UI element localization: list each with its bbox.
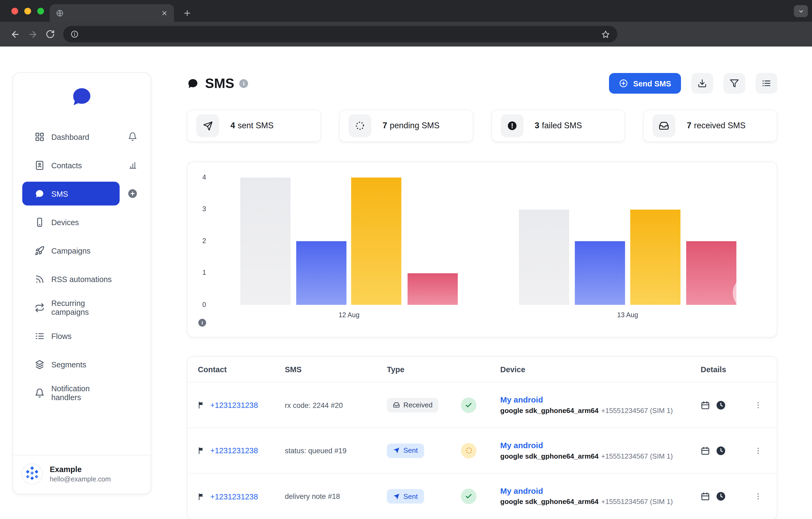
info-icon[interactable]: i	[239, 79, 249, 88]
chart-bar-received[interactable]	[240, 177, 291, 305]
row-menu-button[interactable]	[754, 446, 762, 455]
sidebar-item-rss-automations[interactable]: RSS automations	[22, 267, 120, 291]
export-button[interactable]	[691, 73, 713, 94]
browser-tabstrip	[0, 0, 812, 22]
stat-label: failed SMS	[542, 121, 582, 130]
inbox-icon	[393, 402, 400, 408]
site-info-icon[interactable]	[70, 30, 79, 38]
sidebar-item-label: Segments	[51, 360, 86, 369]
chart-bar-sent[interactable]	[575, 241, 625, 305]
avatar	[21, 463, 43, 485]
flag-icon	[198, 492, 206, 500]
plus-circle-icon	[619, 79, 628, 88]
chart-bar-sent[interactable]	[296, 241, 346, 305]
device-link[interactable]: My android	[500, 395, 543, 404]
nav-row-segments: Segments	[22, 353, 142, 376]
row-menu-button[interactable]	[754, 401, 762, 409]
chart-bar-failed[interactable]	[408, 273, 458, 305]
contact-link[interactable]: +1231231238	[210, 492, 258, 501]
sidebar-item-notification-handlers[interactable]: Notification handlers	[22, 381, 120, 405]
sms-bar-chart: 4 3 2 1 0 12 Aug 13 Aug	[187, 161, 777, 338]
bookmark-star-icon[interactable]	[601, 30, 610, 39]
type-badge-sent: Sent	[387, 443, 424, 458]
sms-text: status: queued #19	[285, 446, 347, 455]
rss-icon	[35, 274, 45, 284]
spinner-icon	[348, 114, 371, 137]
sidebar-item-contacts[interactable]: Contacts	[22, 153, 120, 177]
stat-label: pending SMS	[390, 121, 440, 130]
main-panel: SMS i Send SMS	[187, 72, 777, 519]
status-success-icon	[461, 489, 476, 504]
calendar-icon[interactable]	[701, 400, 710, 410]
back-button[interactable]	[6, 25, 24, 43]
app-logo[interactable]	[22, 84, 142, 124]
chart-bar-pending[interactable]	[630, 209, 680, 305]
device-sub: google sdk_gphone64_arm64+15551234567 (S…	[500, 405, 701, 416]
chart-bar-failed[interactable]	[686, 241, 736, 305]
y-axis-tick: 4	[192, 173, 206, 181]
sidebar-item-flows[interactable]: Flows	[22, 324, 120, 348]
nav-row-recurring: Recurring campaigns	[22, 296, 142, 319]
flag-icon	[198, 447, 206, 454]
address-book-icon	[35, 160, 45, 170]
tab-search-button[interactable]	[794, 5, 808, 17]
stat-value: 7	[383, 121, 387, 130]
contact-link[interactable]: +1231231238	[210, 401, 258, 409]
y-axis-tick: 1	[192, 269, 206, 276]
minimize-window-button[interactable]	[24, 7, 31, 14]
sms-table: Contact SMS Type Device Details +1231231…	[187, 356, 777, 519]
device-link[interactable]: My android	[500, 487, 543, 495]
sidebar-item-campaigns[interactable]: Campaigns	[22, 239, 120, 263]
inbox-icon	[652, 114, 675, 137]
address-bar[interactable]	[63, 26, 617, 42]
calendar-icon[interactable]	[701, 492, 710, 501]
chart-bar-pending[interactable]	[351, 177, 401, 305]
browser-tab[interactable]	[50, 4, 174, 22]
calendar-icon[interactable]	[701, 446, 710, 455]
device-number: +15551234567 (SIM 1)	[601, 498, 673, 506]
sidebar-item-devices[interactable]: Devices	[22, 210, 120, 234]
send-sms-button[interactable]: Send SMS	[609, 73, 681, 94]
sidebar-item-segments[interactable]: Segments	[22, 353, 120, 376]
clock-icon[interactable]	[716, 400, 726, 410]
device-model: google sdk_gphone64_arm64	[500, 406, 599, 414]
forward-button[interactable]	[24, 25, 41, 43]
url-input[interactable]	[84, 30, 596, 38]
y-axis-tick: 0	[192, 301, 206, 308]
flag-icon	[198, 401, 206, 409]
bell-icon[interactable]	[127, 131, 138, 142]
account-email: hello@example.com	[50, 475, 111, 484]
nav-row-devices: Devices	[22, 210, 142, 234]
reload-button[interactable]	[41, 25, 59, 43]
stat-card-failed: 3failed SMS	[491, 110, 625, 142]
account-section[interactable]: Example hello@example.com	[13, 455, 151, 494]
device-link[interactable]: My android	[500, 440, 543, 450]
nav-row-dashboard: Dashboard	[22, 125, 142, 149]
chart-bar-received[interactable]	[519, 209, 569, 305]
sidebar-item-recurring-campaigns[interactable]: Recurring campaigns	[22, 296, 120, 319]
sms-text: rx code: 2244 #20	[285, 401, 343, 409]
sidebar-item-dashboard[interactable]: Dashboard	[22, 125, 120, 149]
list-icon	[762, 79, 771, 88]
y-axis-tick: 2	[192, 237, 206, 245]
rocket-icon	[35, 246, 45, 255]
contact-link[interactable]: +1231231238	[210, 446, 258, 455]
clock-icon[interactable]	[716, 491, 726, 501]
list-view-button[interactable]	[756, 73, 777, 94]
type-badge-label: Sent	[403, 447, 418, 454]
row-menu-button[interactable]	[754, 492, 762, 500]
plus-circle-icon[interactable]	[127, 188, 138, 199]
sidebar-item-sms[interactable]: SMS	[22, 182, 120, 206]
stat-value: 4	[230, 121, 235, 130]
bar-chart-icon[interactable]	[127, 159, 138, 171]
send-sms-label: Send SMS	[633, 79, 671, 88]
close-tab-icon[interactable]	[161, 10, 168, 17]
nav-row-flows: Flows	[22, 324, 142, 348]
close-window-button[interactable]	[11, 7, 18, 14]
zoom-window-button[interactable]	[37, 7, 44, 14]
list-checks-icon	[35, 331, 45, 341]
chart-info-icon[interactable]: i	[198, 319, 206, 327]
filter-button[interactable]	[723, 73, 745, 94]
new-tab-button[interactable]	[180, 6, 194, 20]
clock-icon[interactable]	[716, 446, 726, 456]
